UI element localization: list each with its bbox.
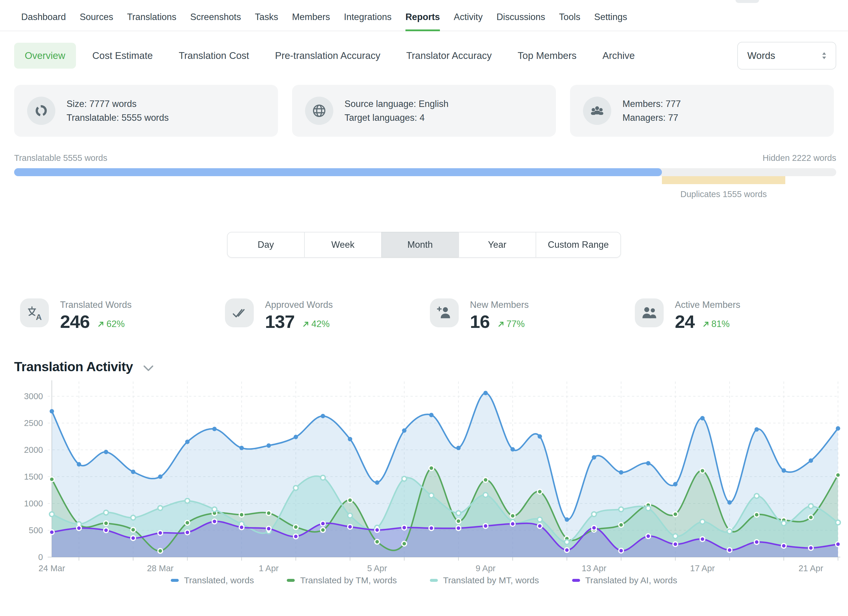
range-tab-month[interactable]: Month (381, 232, 458, 258)
data-point[interactable] (537, 517, 542, 522)
data-point[interactable] (619, 507, 623, 512)
data-point[interactable] (294, 525, 298, 529)
data-point[interactable] (646, 461, 651, 466)
data-point[interactable] (158, 549, 163, 553)
data-point[interactable] (348, 437, 352, 441)
data-point[interactable] (158, 475, 163, 479)
data-point[interactable] (158, 531, 163, 535)
data-point[interactable] (592, 525, 596, 530)
report-tab-cost-estimate[interactable]: Cost Estimate (92, 43, 153, 69)
data-point[interactable] (185, 521, 190, 525)
nav-item-screenshots[interactable]: Screenshots (190, 12, 241, 31)
data-point[interactable] (781, 521, 786, 525)
data-point[interactable] (592, 455, 596, 460)
data-point[interactable] (565, 548, 569, 552)
data-point[interactable] (49, 512, 54, 517)
data-point[interactable] (727, 500, 732, 505)
data-point[interactable] (456, 511, 461, 515)
data-point[interactable] (646, 534, 651, 539)
data-point[interactable] (402, 525, 407, 530)
data-point[interactable] (348, 524, 353, 529)
data-point[interactable] (294, 435, 298, 439)
data-point[interactable] (104, 510, 108, 515)
data-point[interactable] (104, 521, 108, 525)
data-point[interactable] (510, 521, 515, 526)
data-point[interactable] (565, 540, 569, 545)
report-tab-translation-cost[interactable]: Translation Cost (179, 43, 249, 69)
data-point[interactable] (673, 534, 678, 539)
nav-item-reports[interactable]: Reports (405, 12, 440, 31)
data-point[interactable] (755, 512, 759, 517)
data-point[interactable] (104, 450, 108, 454)
data-point[interactable] (267, 511, 271, 515)
data-point[interactable] (808, 504, 813, 509)
data-point[interactable] (673, 542, 678, 546)
data-point[interactable] (212, 427, 217, 431)
data-point[interactable] (239, 446, 244, 450)
data-point[interactable] (77, 462, 81, 467)
data-point[interactable] (429, 413, 434, 417)
report-tab-pre-translation-accuracy[interactable]: Pre-translation Accuracy (275, 43, 380, 69)
report-tab-top-members[interactable]: Top Members (517, 43, 577, 69)
data-point[interactable] (456, 526, 461, 531)
data-point[interactable] (131, 536, 135, 540)
translation-activity-svg[interactable]: 05001000150020002500300024 Mar28 Mar1 Ap… (0, 377, 848, 575)
data-point[interactable] (808, 546, 813, 550)
nav-item-integrations[interactable]: Integrations (344, 12, 391, 31)
data-point[interactable] (673, 482, 678, 486)
range-tab-year[interactable]: Year (458, 232, 535, 258)
data-point[interactable] (808, 515, 813, 520)
data-point[interactable] (131, 470, 135, 474)
range-tab-week[interactable]: Week (304, 232, 381, 258)
data-point[interactable] (50, 409, 54, 414)
data-point[interactable] (619, 470, 623, 475)
legend-item-translated-by-ai-words[interactable]: Translated by AI, words (572, 575, 677, 585)
data-point[interactable] (483, 524, 488, 528)
data-point[interactable] (836, 520, 841, 525)
report-tab-translator-accuracy[interactable]: Translator Accuracy (406, 43, 492, 69)
legend-item-translated-by-mt-words[interactable]: Translated by MT, words (430, 575, 539, 585)
data-point[interactable] (727, 548, 732, 552)
data-point[interactable] (77, 526, 81, 531)
nav-item-tools[interactable]: Tools (559, 12, 580, 31)
data-point[interactable] (646, 506, 651, 511)
data-point[interactable] (836, 426, 841, 431)
data-point[interactable] (537, 524, 542, 528)
data-point[interactable] (781, 468, 786, 473)
data-point[interactable] (456, 519, 461, 524)
data-point[interactable] (836, 473, 841, 478)
chart-canvas[interactable]: 05001000150020002500300024 Mar28 Mar1 Ap… (0, 377, 848, 575)
data-point[interactable] (348, 513, 353, 518)
data-point[interactable] (267, 527, 271, 531)
data-point[interactable] (483, 478, 488, 482)
legend-item-translated-by-tm-words[interactable]: Translated by TM, words (287, 575, 397, 585)
nav-item-sources[interactable]: Sources (80, 12, 113, 31)
data-point[interactable] (375, 481, 379, 485)
data-point[interactable] (511, 447, 515, 451)
data-point[interactable] (104, 528, 108, 533)
nav-item-activity[interactable]: Activity (454, 12, 483, 31)
data-point[interactable] (429, 493, 434, 498)
data-point[interactable] (537, 489, 542, 494)
data-point[interactable] (375, 539, 380, 544)
data-point[interactable] (321, 475, 325, 480)
data-point[interactable] (457, 446, 461, 450)
data-point[interactable] (321, 521, 325, 526)
data-point[interactable] (348, 498, 353, 503)
data-point[interactable] (755, 540, 759, 545)
data-point[interactable] (212, 519, 217, 524)
range-tab-day[interactable]: Day (227, 232, 304, 258)
data-point[interactable] (212, 507, 217, 512)
data-point[interactable] (700, 537, 705, 542)
data-point[interactable] (483, 493, 488, 497)
nav-item-translations[interactable]: Translations (127, 12, 176, 31)
data-point[interactable] (294, 534, 298, 539)
data-point[interactable] (131, 527, 135, 532)
data-point[interactable] (483, 391, 488, 395)
data-point[interactable] (727, 529, 732, 534)
data-point[interactable] (402, 542, 407, 546)
data-point[interactable] (429, 526, 434, 531)
data-point[interactable] (185, 439, 190, 444)
data-point[interactable] (429, 466, 434, 471)
data-point[interactable] (781, 543, 786, 548)
